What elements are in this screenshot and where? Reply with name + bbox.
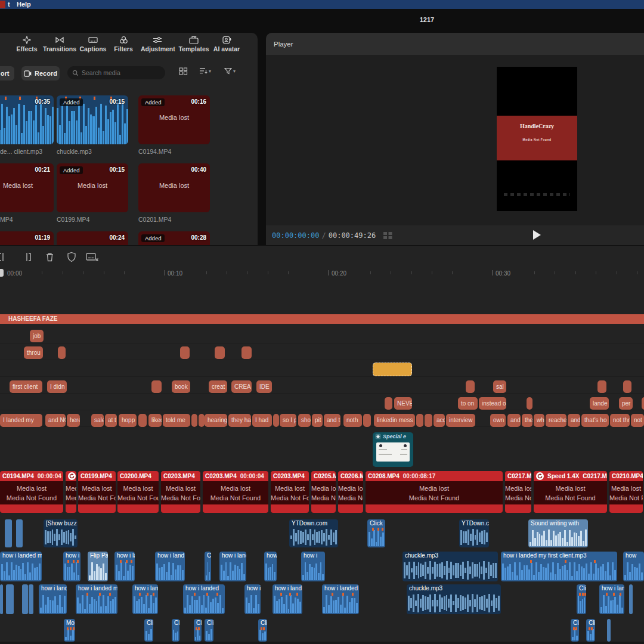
text-clip[interactable]: linkedin mess — [374, 414, 415, 427]
text-clip[interactable]: wh — [534, 414, 544, 427]
text-clip[interactable]: and NO — [45, 414, 66, 427]
menu-item-partial[interactable]: t — [8, 0, 10, 9]
text-clip[interactable]: hearing — [205, 414, 227, 427]
video-clip[interactable]: C0203.MP400:00:04Media lostMedia Not Fou… — [203, 471, 268, 513]
text-clip[interactable] — [642, 397, 644, 410]
audio-clip[interactable]: how i land — [155, 552, 185, 581]
text-clip[interactable] — [416, 414, 423, 427]
audio-stub-clip[interactable] — [22, 584, 28, 614]
audio-clip[interactable]: how i lan — [599, 584, 624, 614]
media-tab-ai-avatar[interactable]: AI avatar — [210, 36, 243, 60]
media-clip-thumbnail[interactable]: Media lost00:40 — [138, 163, 210, 212]
audio-clip[interactable]: how i — [244, 584, 261, 614]
video-clip[interactable]: C0200.MP4Media lostMedia Not Found — [117, 471, 159, 513]
text-clip[interactable] — [58, 346, 66, 359]
text-clip[interactable] — [597, 380, 606, 393]
text-clip[interactable] — [191, 414, 197, 427]
text-clip[interactable] — [466, 380, 475, 393]
text-clip[interactable]: book — [172, 380, 190, 393]
audio-clip[interactable]: how i lan — [132, 584, 158, 614]
text-clip[interactable]: I landed my — [0, 414, 42, 427]
text-clip[interactable]: reache — [546, 414, 566, 427]
media-clip-thumbnail[interactable]: Media lostAdded00:15 — [57, 163, 128, 212]
text-clip[interactable]: to on — [458, 397, 478, 410]
record-button[interactable]: Record — [21, 66, 60, 80]
safe-zone-grid-icon[interactable] — [383, 231, 393, 240]
audio-stub-clip[interactable] — [16, 519, 23, 547]
audio-clip[interactable]: how i landed m — [76, 584, 117, 614]
media-clip-thumbnail[interactable]: 00:24 — [57, 231, 128, 245]
text-clip[interactable] — [242, 346, 252, 359]
text-clip[interactable] — [363, 414, 371, 427]
media-tab-templates[interactable]: Templates — [177, 36, 210, 60]
media-tab-transitions[interactable]: Transitions — [43, 36, 76, 60]
audio-clip[interactable]: how i — [63, 552, 80, 581]
audio-clip[interactable]: how i landed — [322, 584, 359, 614]
text-clip[interactable]: lande — [590, 397, 609, 410]
split-left-icon[interactable] — [0, 252, 8, 262]
audio-clip[interactable]: chuckle.mp3 — [407, 584, 501, 614]
audio-clip[interactable]: Cli — [205, 619, 213, 642]
text-clip[interactable]: creat — [209, 380, 227, 393]
audio-stub-clip[interactable] — [0, 584, 3, 614]
text-clip[interactable] — [385, 397, 392, 410]
media-clip-thumbnail[interactable]: Added00:28 — [138, 231, 210, 245]
playhead-handle[interactable] — [0, 269, 4, 277]
media-clip-thumbnail[interactable]: Added00:15 — [57, 95, 128, 144]
audio-clip[interactable]: how — [623, 552, 644, 581]
text-clip[interactable]: liked — [148, 414, 162, 427]
caption-remove-icon[interactable] — [86, 252, 99, 262]
grid-view-button[interactable] — [179, 67, 188, 75]
audio-clip[interactable]: C — [205, 552, 211, 581]
audio-stub-clip[interactable] — [6, 584, 14, 614]
video-clip[interactable]: C0210.MP4Media lostMedia Not Found — [609, 471, 643, 513]
text-clip[interactable]: interview — [446, 414, 475, 427]
audio-clip[interactable]: YTDown.c — [459, 519, 489, 547]
text-clip[interactable]: I didn — [47, 380, 67, 393]
text-clip[interactable]: per — [619, 397, 633, 410]
audio-clip[interactable]: Click — [367, 519, 385, 547]
audio-clip[interactable]: Cli — [144, 619, 153, 642]
audio-stub-clip[interactable] — [629, 584, 633, 614]
text-clip[interactable]: hopp — [119, 414, 137, 427]
text-clip[interactable]: at t — [105, 414, 117, 427]
media-clip-thumbnail[interactable]: Media lostAdded00:16 — [138, 95, 210, 144]
audio-clip[interactable]: Flip Pap — [88, 552, 108, 581]
video-clip[interactable]: C0203.MP4Media lostMedia Not Found — [271, 471, 309, 513]
import-button[interactable]: ort — [0, 66, 14, 80]
audio-clip[interactable]: how i land — [219, 552, 246, 581]
audio-clip[interactable]: Cli — [571, 619, 579, 642]
text-clip[interactable]: first client — [10, 380, 42, 393]
text-clip[interactable]: IDE — [256, 380, 272, 393]
video-clip[interactable]: C0199.MP4Media lostMedia Not Found — [78, 471, 116, 513]
audio-clip[interactable]: YTDown.com — [289, 519, 338, 547]
text-clip[interactable]: sal — [493, 380, 506, 393]
text-clip[interactable]: and t — [324, 414, 340, 427]
video-clip[interactable]: C0194.MP400:00:04Media lostMedia Not Fou… — [0, 471, 63, 513]
audio-clip[interactable]: how i landed — [183, 584, 225, 614]
audio-clip[interactable]: how — [264, 552, 277, 581]
text-clip[interactable] — [273, 414, 279, 427]
media-tab-ers[interactable]: ers — [0, 36, 7, 60]
audio-clip[interactable]: Cli — [586, 619, 595, 642]
text-clip[interactable]: I had — [252, 414, 272, 427]
media-tab-captions[interactable]: Captions — [76, 36, 110, 60]
audio-stub-clip[interactable] — [607, 619, 611, 642]
text-clip[interactable]: job — [30, 330, 44, 342]
video-clip[interactable]: C0206.MP4Media lostMedia Not Found — [338, 471, 363, 513]
text-clip[interactable]: throu — [24, 346, 43, 359]
audio-clip[interactable]: how i land — [273, 584, 302, 614]
selected-text-clip[interactable] — [373, 363, 412, 376]
text-clip[interactable]: not — [631, 414, 644, 427]
text-clip[interactable] — [215, 346, 225, 359]
audio-clip[interactable]: Cli — [172, 619, 179, 642]
text-clip[interactable]: and — [568, 414, 580, 427]
text-clip[interactable] — [199, 414, 205, 427]
text-clip[interactable]: they ha — [228, 414, 251, 427]
audio-clip[interactable]: Cli — [258, 619, 267, 642]
video-clip[interactable]: C0205.MP4Media lostMedia Not Found — [311, 471, 336, 513]
text-clip[interactable]: pit — [312, 414, 323, 427]
media-tab-adjustment[interactable]: Adjustment — [141, 36, 174, 60]
text-clip[interactable]: acc — [434, 414, 445, 427]
text-clip[interactable]: own — [490, 414, 506, 427]
